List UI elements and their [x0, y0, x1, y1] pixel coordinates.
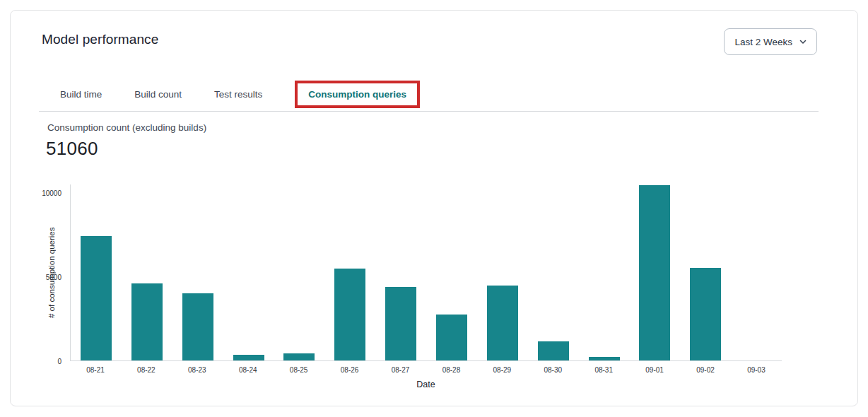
bar-slot: [274, 353, 324, 361]
bar-08-24[interactable]: [233, 355, 264, 360]
metric-label: Consumption count (excluding builds): [47, 122, 206, 133]
bar-08-31[interactable]: [589, 357, 620, 360]
x-tick-label: 08-23: [172, 366, 223, 374]
x-axis-title: Date: [70, 380, 782, 389]
consumption-queries-chart: # of consumption queries 0500010000 08-2…: [42, 179, 782, 391]
bar-slot: [426, 315, 477, 360]
bars: [71, 184, 782, 360]
bar-09-02[interactable]: [690, 268, 721, 360]
bar-08-30[interactable]: [538, 341, 569, 360]
bar-slot: [528, 341, 579, 360]
bar-slot: [223, 355, 274, 360]
x-tick-label: 09-01: [629, 366, 680, 374]
x-tick-label: 08-31: [578, 366, 629, 374]
model-performance-panel: Model performance Last 2 Weeks Build tim…: [10, 10, 858, 406]
x-tick-label: 08-27: [375, 366, 426, 374]
x-tick-label: 08-29: [476, 366, 527, 374]
x-tick-label: 08-25: [274, 366, 324, 374]
bar-slot: [375, 287, 426, 360]
bar-08-29[interactable]: [487, 286, 518, 360]
red-highlight-annotation: Consumption queries: [295, 81, 420, 108]
x-axis-labels: 08-2108-2208-2308-2408-2508-2608-2708-28…: [70, 366, 782, 374]
bar-slot: [477, 286, 528, 360]
tabs-bar: Build time Build count Test results Cons…: [39, 78, 819, 112]
tab-build-time[interactable]: Build time: [60, 89, 102, 100]
bar-slot: [579, 357, 630, 360]
bar-slot: [324, 269, 375, 361]
y-tick-label: 0: [57, 358, 61, 365]
chevron-down-icon: [799, 40, 807, 45]
bar-08-23[interactable]: [182, 293, 213, 360]
tab-consumption-queries[interactable]: Consumption queries: [308, 89, 406, 100]
x-tick-label: 08-30: [527, 366, 578, 374]
bar-slot: [680, 268, 731, 360]
bar-slot: [122, 283, 172, 361]
bar-slot: [71, 236, 122, 360]
bar-slot: [629, 185, 680, 360]
date-range-dropdown[interactable]: Last 2 Weeks: [724, 28, 817, 55]
y-axis-ticks: 0500010000: [42, 184, 66, 361]
x-tick-label: 08-21: [70, 366, 121, 374]
bar-08-27[interactable]: [385, 287, 416, 360]
tab-test-results[interactable]: Test results: [214, 89, 262, 100]
x-tick-label: 08-24: [223, 366, 274, 374]
page-title: Model performance: [42, 32, 158, 47]
x-tick-label: 09-03: [731, 366, 782, 374]
bar-08-25[interactable]: [283, 353, 315, 361]
bar-08-26[interactable]: [334, 269, 365, 361]
bar-08-22[interactable]: [131, 283, 163, 361]
bar-09-01[interactable]: [639, 185, 670, 360]
y-tick-label: 10000: [42, 189, 61, 196]
y-tick-label: 5000: [46, 274, 61, 281]
x-tick-label: 08-28: [426, 366, 476, 374]
x-tick-label: 08-22: [121, 366, 172, 374]
bar-08-28[interactable]: [436, 315, 467, 360]
x-tick-label: 08-26: [324, 366, 375, 374]
x-tick-label: 09-02: [680, 366, 731, 374]
plot-area: [70, 184, 782, 361]
bar-08-21[interactable]: [81, 236, 112, 360]
metric-value: 51060: [46, 138, 98, 160]
tab-build-count[interactable]: Build count: [134, 89, 182, 100]
bar-slot: [172, 293, 223, 360]
date-range-value: Last 2 Weeks: [734, 37, 792, 47]
